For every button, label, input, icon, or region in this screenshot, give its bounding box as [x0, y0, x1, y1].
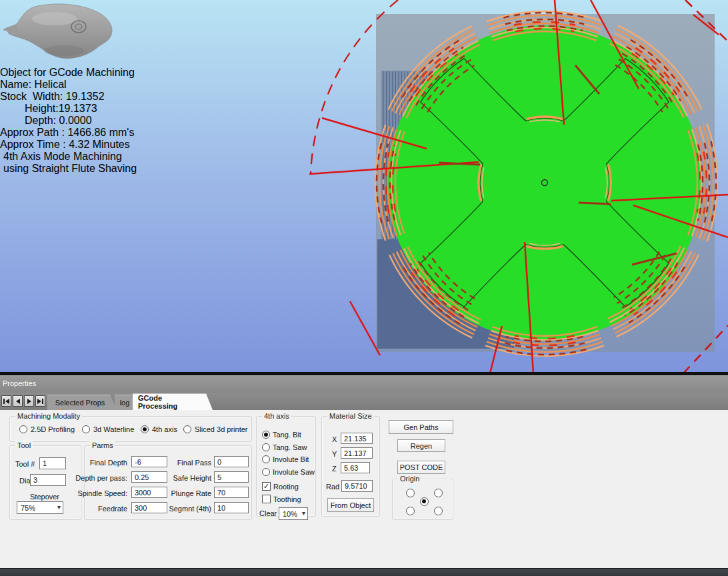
arrow-prev-icon: [16, 399, 20, 404]
tool-number-label: Tool #: [15, 460, 35, 468]
material-x-label: X: [332, 435, 337, 443]
material-x-input[interactable]: [341, 433, 373, 444]
material-y-label: Y: [332, 450, 337, 458]
tab-strip: Selected Props log GCode Processing: [0, 393, 728, 410]
material-z-input[interactable]: [341, 462, 370, 473]
radio-4th-axis-label: 4th axis: [152, 425, 177, 433]
overlay-line: using Straight Flute Shaving: [0, 163, 137, 175]
material-rad-label: Rad: [326, 483, 339, 491]
plunge-rate-label: Plunge Rate: [169, 489, 211, 497]
arrow-first-icon: [5, 399, 9, 404]
stepover-value: 75%: [21, 504, 35, 512]
regen-button[interactable]: Regen: [397, 439, 445, 452]
radio-sliced-3d-printer[interactable]: [183, 425, 191, 433]
tab-scroll-first-button[interactable]: [1, 395, 11, 407]
tool-group: Tool Tool # Dia Stepover 75% ▾: [9, 445, 81, 520]
cam-application-window: Object for GCode Machining Name: Helical…: [0, 0, 728, 576]
feedrate-input[interactable]: [131, 502, 167, 513]
depth-per-pass-label: Depth per pass:: [75, 474, 127, 482]
overlay-line: Name: Helical: [0, 79, 137, 91]
gcode-processing-panel: Machining Modality 2.5D Profiling 3d Wat…: [0, 410, 728, 568]
overlay-line: Approx Path : 1466.86 mm's: [0, 127, 137, 139]
final-pass-label: Final Pass: [169, 459, 211, 467]
origin-title: Origin: [398, 475, 421, 483]
radio-tang-saw[interactable]: [262, 443, 270, 451]
final-depth-input[interactable]: [131, 456, 167, 467]
radio-involute-saw-label: Involute Saw: [273, 468, 315, 476]
radio-3d-waterline[interactable]: [82, 425, 90, 433]
material-z-label: Z: [332, 465, 337, 473]
origin-center-radio[interactable]: [420, 497, 429, 506]
plunge-rate-input[interactable]: [214, 487, 249, 498]
fourth-axis-title: 4th axis: [262, 412, 291, 420]
radio-involute-bit-label: Involute Bit: [273, 455, 309, 463]
toothing-checkbox-label: Toothing: [273, 495, 301, 503]
radio-3d-waterline-label: 3d Waterline: [93, 425, 134, 433]
gcode-info-overlay: Object for GCode Machining Name: Helical…: [0, 67, 137, 175]
material-size-title: Material Size: [327, 412, 374, 420]
chevron-down-icon: ▾: [302, 509, 305, 517]
material-rad-input[interactable]: [341, 480, 373, 492]
final-depth-label: Final Depth: [85, 459, 127, 467]
radio-involute-saw[interactable]: [262, 468, 270, 476]
toolpath-visualization: [0, 0, 728, 372]
radio-tang-bit[interactable]: [262, 431, 270, 439]
overlay-line: Approx Time : 4.32 Minutes: [0, 139, 137, 151]
arrow-next-icon: [27, 399, 31, 404]
radio-tang-saw-label: Tang. Saw: [273, 443, 307, 451]
depth-per-pass-input[interactable]: [131, 471, 167, 483]
overlay-line: Depth: 0.0000: [0, 115, 137, 127]
properties-caption-bar: Properties: [0, 375, 728, 393]
overlay-line: Height:19.1373: [0, 103, 137, 115]
segment-4th-input[interactable]: [214, 502, 249, 513]
tab-gcode-processing[interactable]: GCode Processing: [133, 393, 213, 410]
overlay-line: 4th Axis Mode Machining: [0, 151, 137, 163]
radio-4th-axis[interactable]: [141, 425, 149, 433]
material-size-group: Material Size X Y Z Rad From Object: [321, 416, 380, 517]
clear-value: 10%: [283, 510, 297, 518]
tool-dia-input[interactable]: [30, 474, 66, 486]
radio-involute-bit[interactable]: [262, 455, 270, 463]
origin-bottom-left-radio[interactable]: [406, 507, 415, 515]
tab-selected-props[interactable]: Selected Props: [47, 395, 117, 410]
post-code-button[interactable]: POST CODE: [397, 461, 445, 474]
gen-paths-button[interactable]: Gen Paths: [389, 420, 453, 434]
toothing-checkbox[interactable]: [262, 495, 271, 503]
tab-scroll-last-button[interactable]: [35, 395, 45, 407]
overlay-line: Object for GCode Machining: [0, 67, 137, 79]
properties-title: Properties: [3, 379, 36, 387]
segment-4th-label: Segmnt (4th): [163, 505, 211, 513]
feedrate-label: Feedrate: [85, 505, 127, 513]
origin-group: Origin: [392, 479, 453, 520]
origin-bottom-right-radio[interactable]: [434, 507, 443, 515]
radio-25d-profiling-label: 2.5D Profiling: [31, 425, 75, 433]
stepover-select[interactable]: 75% ▾: [17, 501, 63, 514]
tab-scroll-prev-button[interactable]: [13, 395, 23, 407]
parms-group: Parms Final Depth Depth per pass: Spindl…: [84, 445, 252, 520]
arrow-last-icon: [37, 399, 41, 404]
material-y-input[interactable]: [341, 447, 373, 459]
radio-sliced-3d-printer-label: Sliced 3d printer: [195, 425, 248, 433]
clear-select[interactable]: 10% ▾: [279, 507, 308, 520]
tool-dia-label: Dia: [19, 477, 31, 485]
machining-modality-title: Machining Modality: [15, 412, 82, 420]
tool-number-input[interactable]: [39, 457, 66, 469]
3d-viewport[interactable]: Object for GCode Machining Name: Helical…: [0, 0, 728, 372]
final-pass-input[interactable]: [214, 456, 249, 467]
safe-height-input[interactable]: [214, 471, 249, 483]
status-strip: [0, 568, 728, 576]
rooting-checkbox[interactable]: ✓: [262, 482, 271, 491]
radio-25d-profiling[interactable]: [19, 425, 27, 433]
tab-scroll-next-button[interactable]: [24, 395, 34, 407]
spindle-speed-input[interactable]: [131, 487, 167, 498]
chevron-down-icon: ▾: [57, 503, 61, 511]
overlay-line: Stock Width: 19.1352: [0, 91, 137, 103]
clear-label: Clear: [259, 509, 277, 517]
stepover-label: Stepover: [30, 493, 59, 501]
origin-top-right-radio[interactable]: [434, 489, 443, 497]
safe-height-label: Safe Height: [169, 474, 211, 482]
origin-top-left-radio[interactable]: [406, 489, 415, 497]
rooting-checkbox-label: Rooting: [273, 483, 299, 491]
from-object-button[interactable]: From Object: [327, 498, 374, 512]
parms-group-title: Parms: [90, 441, 115, 449]
